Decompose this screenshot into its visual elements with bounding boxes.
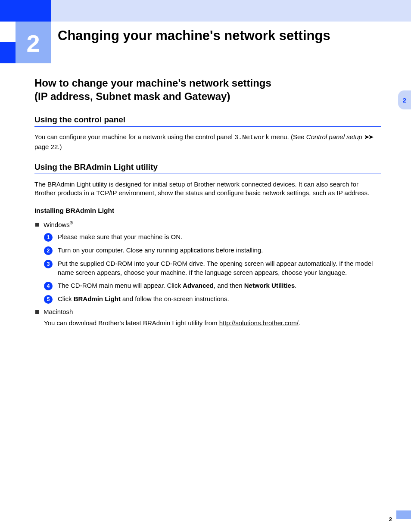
step-number-icon: 4 bbox=[44, 282, 53, 290]
blue-accent-strip bbox=[0, 42, 16, 63]
section-heading-line2: (IP address, Subnet mask and Gateway) bbox=[34, 90, 230, 102]
registered-mark: ® bbox=[70, 221, 73, 225]
bold-label: Network Utilities bbox=[244, 282, 295, 289]
xref-arrows-icon: ➤➤ bbox=[364, 133, 373, 140]
text-fragment: You can configure your machine for a net… bbox=[34, 133, 234, 140]
macintosh-label: Macintosh bbox=[44, 308, 73, 315]
step-text: Put the supplied CD-ROM into your CD-ROM… bbox=[58, 259, 381, 277]
step-3: 3 Put the supplied CD-ROM into your CD-R… bbox=[44, 259, 381, 277]
text-fragment: . bbox=[295, 282, 296, 289]
text-fragment: page 22.) bbox=[34, 143, 62, 150]
step-number-icon: 2 bbox=[44, 246, 53, 255]
step-text: Click BRAdmin Light and follow the on-sc… bbox=[58, 295, 381, 303]
top-band bbox=[0, 0, 411, 22]
windows-steps: 1 Please make sure that your machine is … bbox=[44, 233, 381, 304]
step-5: 5 Click BRAdmin Light and follow the on-… bbox=[44, 295, 381, 304]
chapter-title: Changing your machine's network settings bbox=[51, 22, 411, 63]
bullet-windows: Windows® bbox=[35, 221, 381, 228]
step-4: 4 The CD-ROM main menu will appear. Clic… bbox=[44, 281, 381, 290]
step-text: The CD-ROM main menu will appear. Click … bbox=[58, 281, 381, 290]
xref-italic: Control panel setup bbox=[306, 133, 362, 140]
text-fragment: menu. (See bbox=[269, 133, 306, 140]
step-text: Turn on your computer. Close any running… bbox=[58, 246, 381, 255]
step-number-icon: 1 bbox=[44, 233, 53, 242]
square-bullet-icon bbox=[35, 310, 39, 314]
footer-accent-stripe bbox=[396, 510, 411, 519]
windows-label: Windows® bbox=[44, 221, 73, 228]
section-heading-line1: How to change your machine's network set… bbox=[34, 77, 271, 89]
section-heading: How to change your machine's network set… bbox=[34, 76, 381, 103]
menu-code: 3.Network bbox=[234, 134, 269, 141]
chapter-header: 2 Changing your machine's network settin… bbox=[0, 22, 411, 63]
step-1: 1 Please make sure that your machine is … bbox=[44, 233, 381, 242]
chapter-number-badge: 2 bbox=[16, 22, 51, 63]
step-number-icon: 5 bbox=[44, 295, 53, 304]
square-bullet-icon bbox=[35, 223, 39, 227]
text-fragment: The CD-ROM main menu will appear. Click bbox=[58, 282, 183, 289]
download-link[interactable]: http://solutions.brother.com/ bbox=[219, 319, 299, 327]
step-text: Please make sure that your machine is ON… bbox=[58, 233, 381, 241]
control-panel-paragraph: You can configure your machine for a net… bbox=[34, 133, 381, 151]
installing-heading: Installing BRAdmin Light bbox=[34, 207, 381, 215]
bold-label: Advanced bbox=[183, 282, 214, 289]
text-fragment: and follow the on-screen instructions. bbox=[121, 295, 229, 302]
top-light-band bbox=[51, 0, 411, 22]
top-blue-block bbox=[0, 0, 51, 22]
content-area: How to change your machine's network set… bbox=[0, 76, 411, 327]
bullet-macintosh: Macintosh bbox=[35, 308, 381, 315]
step-number-icon: 3 bbox=[44, 260, 53, 268]
text-fragment: . bbox=[299, 319, 300, 327]
text-fragment: Windows bbox=[44, 221, 70, 228]
step-2: 2 Turn on your computer. Close any runni… bbox=[44, 246, 381, 255]
bold-label: BRAdmin Light bbox=[74, 295, 121, 302]
text-fragment: Click bbox=[58, 295, 74, 302]
text-fragment: , and then bbox=[214, 282, 244, 289]
text-fragment: You can download Brother's latest BRAdmi… bbox=[44, 319, 219, 327]
subsection-bradmin: Using the BRAdmin Light utility bbox=[34, 162, 381, 174]
page-number: 2 bbox=[389, 516, 392, 523]
subsection-control-panel: Using the control panel bbox=[34, 115, 381, 127]
macintosh-text: You can download Brother's latest BRAdmi… bbox=[44, 319, 381, 327]
bradmin-paragraph: The BRAdmin Light utility is designed fo… bbox=[34, 180, 381, 198]
side-tab: 2 bbox=[398, 90, 411, 109]
